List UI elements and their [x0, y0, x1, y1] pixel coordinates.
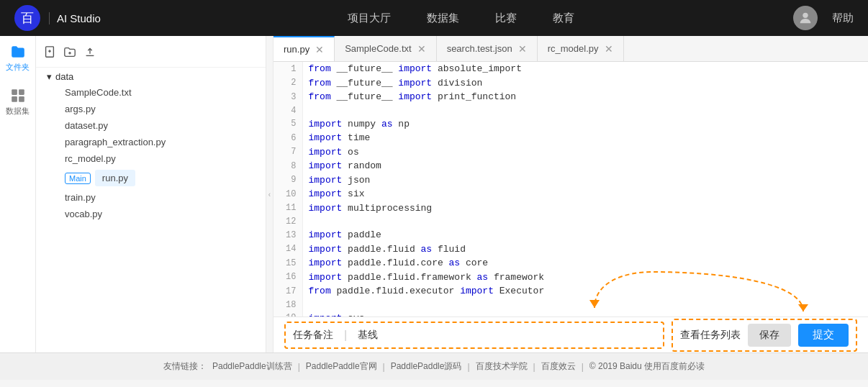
nav-datasets[interactable]: 数据集 [427, 12, 459, 25]
sidebar-item-files[interactable]: 文件夹 [6, 43, 30, 73]
code-editor[interactable]: 1from __future__ import absolute_import … [273, 62, 868, 317]
footer-link-official[interactable]: PaddlePaddle官网 [306, 360, 377, 373]
sidebar-label-datasets: 数据集 [6, 106, 30, 117]
tree-root-folder: ▾ data SampleCode.txt args.py dataset.py… [36, 68, 266, 224]
main-badge: Main [65, 173, 91, 184]
svg-rect-4 [19, 89, 24, 95]
svg-rect-3 [12, 89, 17, 95]
file-item-vocab[interactable]: vocab.py [58, 206, 258, 222]
file-tree-toolbar [36, 42, 266, 68]
nav-competitions[interactable]: 比赛 [495, 12, 517, 25]
tab-close-run[interactable]: ✕ [315, 45, 324, 55]
tab-rcmodel[interactable]: rc_model.py ✕ [538, 36, 624, 61]
nav-education[interactable]: 教育 [553, 12, 574, 25]
svg-rect-6 [19, 96, 24, 102]
file-item-paragraph[interactable]: paragraph_extraction.py [58, 134, 258, 150]
table-row: 5import numpy as np [273, 117, 868, 132]
topnav-links: 项目大厅 数据集 比赛 教育 [130, 12, 793, 25]
file-item-args[interactable]: args.py [58, 101, 258, 117]
svg-text:百: 百 [21, 11, 34, 25]
file-item-run-row: Main run.py [58, 167, 258, 189]
table-row: 18 [273, 299, 868, 311]
task-annotation-label: 任务备注 [293, 329, 333, 342]
footer-links-label: 友情链接： [163, 360, 207, 373]
tab-bar: run.py ✕ SampleCode.txt ✕ search.test.js… [273, 36, 868, 62]
file-item-samplecode[interactable]: SampleCode.txt [58, 84, 258, 101]
chevron-down-icon: ▾ [47, 71, 52, 82]
table-row: 1from __future__ import absolute_import [273, 62, 868, 76]
tab-label-run: run.py [284, 44, 309, 55]
code-table: 1from __future__ import absolute_import … [273, 62, 868, 317]
table-row: 17from paddle.fluid.executor import Exec… [273, 284, 868, 299]
editor-area: run.py ✕ SampleCode.txt ✕ search.test.js… [273, 36, 868, 352]
baidu-logo-icon: 百 [14, 5, 40, 31]
table-row: 12 [273, 215, 868, 228]
folder-items: SampleCode.txt args.py dataset.py paragr… [43, 84, 258, 222]
baseline-label: 基线 [358, 329, 378, 342]
submit-button[interactable]: 提交 [798, 324, 849, 347]
tab-close-samplecode[interactable]: ✕ [417, 44, 426, 54]
baseline-input[interactable] [389, 329, 656, 341]
folder-icon [9, 43, 27, 60]
logo-area: 百 AI Studio [14, 5, 101, 31]
tab-search-json[interactable]: search.test.json ✕ [437, 36, 538, 61]
footer-copyright: © 2019 Baidu 使用百度前必读 [589, 360, 705, 373]
footer-link-academy[interactable]: 百度技术学院 [476, 360, 528, 373]
table-row: 9import json [273, 173, 868, 188]
tab-label-rcmodel: rc_model.py [548, 43, 599, 54]
table-row: 6import time [273, 131, 868, 145]
table-row: 15import paddle.fluid.core as core [273, 256, 868, 270]
tab-run-py[interactable]: run.py ✕ [273, 36, 335, 61]
footer: 友情链接： PaddlePaddle训练营 | PaddlePaddle官网 |… [0, 352, 868, 380]
datasets-icon [9, 87, 27, 104]
file-item-dataset[interactable]: dataset.py [58, 117, 258, 134]
folder-name: data [55, 71, 73, 82]
tab-close-rcmodel[interactable]: ✕ [605, 44, 613, 54]
folder-toggle-data[interactable]: ▾ data [43, 69, 258, 84]
new-folder-button[interactable] [63, 45, 76, 61]
footer-link-training[interactable]: PaddlePaddle训练营 [212, 360, 292, 373]
sidebar-item-datasets[interactable]: 数据集 [6, 87, 30, 117]
table-row: 3from __future__ import print_function [273, 90, 868, 104]
main-container: 文件夹 数据集 ▾ data S [0, 36, 868, 352]
divider-vertical: | [344, 329, 347, 342]
view-tasks-button[interactable]: 查看任务列表 [680, 329, 741, 342]
table-row: 2from __future__ import division [273, 76, 868, 91]
tab-close-search[interactable]: ✕ [518, 44, 527, 54]
tab-label-samplecode: SampleCode.txt [345, 43, 412, 54]
avatar[interactable] [793, 6, 818, 30]
sidebar-icons: 文件夹 数据集 [0, 36, 36, 352]
file-item-run[interactable]: run.py [95, 170, 135, 186]
new-file-button[interactable] [43, 45, 56, 61]
table-row: 7import os [273, 145, 868, 160]
file-item-train[interactable]: train.py [58, 189, 258, 206]
table-row: 4 [273, 104, 868, 117]
file-tree: ▾ data SampleCode.txt args.py dataset.py… [36, 36, 266, 352]
sidebar-label-files: 文件夹 [6, 62, 30, 73]
table-row: 13import paddle [273, 228, 868, 242]
nav-projects[interactable]: 项目大厅 [348, 12, 391, 25]
table-row: 11import multiprocessing [273, 201, 868, 216]
tab-samplecode[interactable]: SampleCode.txt ✕ [335, 36, 437, 61]
topnav-right: 帮助 [793, 6, 854, 30]
file-item-rcmodel[interactable]: rc_model.py [58, 150, 258, 167]
brand-text: AI Studio [49, 12, 101, 24]
right-buttons: 查看任务列表 保存 提交 [672, 319, 857, 352]
footer-link-cloud[interactable]: 百度效云 [541, 360, 576, 373]
upload-button[interactable] [83, 45, 96, 61]
svg-rect-5 [12, 96, 17, 102]
bottom-panel: 任务备注 | 基线 查看任务列表 保存 提交 [273, 317, 868, 352]
help-link[interactable]: 帮助 [832, 12, 854, 25]
table-row: 10import six [273, 187, 868, 201]
footer-link-source[interactable]: PaddlePaddle源码 [391, 360, 462, 373]
table-row: 19import sys [273, 311, 868, 317]
save-button[interactable]: 保存 [748, 324, 791, 347]
table-row: 16import paddle.fluid.framework as frame… [273, 270, 868, 285]
table-row: 14import paddle.fluid as fluid [273, 242, 868, 257]
tab-label-search: search.test.json [447, 43, 512, 54]
svg-point-2 [803, 13, 808, 18]
topnav: 百 AI Studio 项目大厅 数据集 比赛 教育 帮助 [0, 0, 868, 36]
collapse-handle[interactable]: ‹ [266, 36, 273, 352]
task-annotation-area: 任务备注 | 基线 [284, 322, 664, 349]
table-row: 8import random [273, 159, 868, 173]
